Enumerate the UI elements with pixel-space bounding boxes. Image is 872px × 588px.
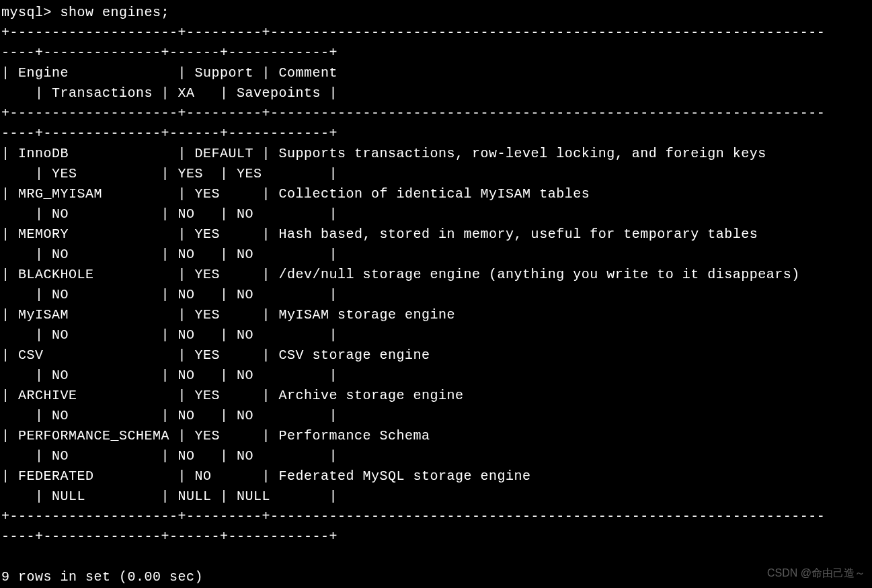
terminal-output: mysql> show engines;+-------------------… [0,0,872,588]
prompt: mysql> [1,5,52,20]
command-line: mysql> show engines; [1,3,871,23]
result-footer: 9 rows in set (0.00 sec) [1,569,203,585]
typed-command: show engines; [61,5,170,20]
result-table: +--------------------+---------+--------… [1,25,825,544]
